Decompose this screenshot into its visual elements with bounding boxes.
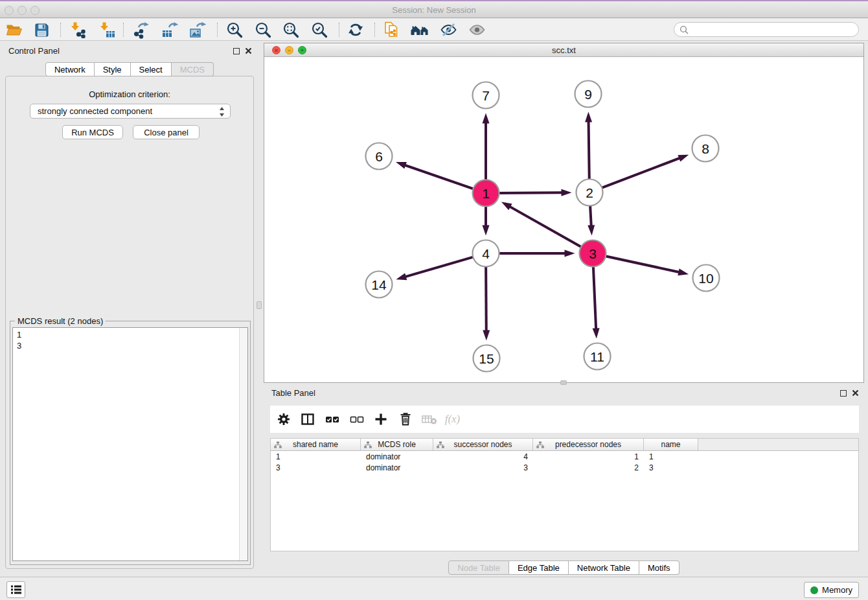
hide-graphics-details-icon[interactable] — [439, 21, 457, 39]
clear-all-checkboxes-icon[interactable] — [347, 410, 367, 428]
column-header-name[interactable]: name — [644, 439, 698, 450]
column-header-shared-name[interactable]: shared name — [271, 439, 361, 450]
delete-table-icon[interactable] — [420, 410, 439, 428]
table-row[interactable]: 1dominator411 — [271, 451, 858, 462]
app-titlebar[interactable]: Session: New Session — [0, 1, 868, 18]
graph-node-3[interactable]: 3 — [580, 240, 606, 267]
import-table-icon[interactable] — [98, 21, 116, 39]
graph-node-15[interactable]: 15 — [474, 345, 500, 372]
network-window-titlebar[interactable]: × − + scc.txt — [264, 43, 863, 57]
graph-node-2[interactable]: 2 — [577, 179, 603, 206]
tab-style[interactable]: Style — [95, 62, 131, 76]
tab-select[interactable]: Select — [131, 62, 172, 76]
graph-node-7[interactable]: 7 — [473, 82, 499, 109]
network-view-window: × − + scc.txt 1234678910111415 — [264, 43, 864, 383]
table-panel-tabs: Node TableEdge TableNetwork TableMotifs — [264, 560, 864, 575]
control-panel-close-icon[interactable] — [245, 47, 252, 54]
svg-text:6: 6 — [375, 149, 383, 164]
add-row-icon[interactable] — [371, 410, 391, 428]
column-type-icon — [274, 441, 282, 450]
table-cell: 1 — [533, 452, 644, 461]
graph-node-9[interactable]: 9 — [575, 81, 602, 108]
export-image-icon[interactable] — [188, 21, 207, 39]
graph-edge-4-14[interactable] — [405, 257, 475, 277]
settings-gear-icon[interactable] — [274, 410, 293, 428]
graph-edge-arrow-1-6 — [396, 162, 407, 168]
tab-edge-table[interactable]: Edge Table — [509, 560, 569, 575]
search-input[interactable] — [689, 25, 858, 34]
graph-edge-2-9[interactable] — [589, 121, 589, 181]
show-graphics-details-icon[interactable] — [468, 21, 486, 39]
graph-node-8[interactable]: 8 — [692, 135, 719, 162]
mcds-result-group: MCDS result (2 nodes) 13 — [10, 321, 251, 565]
table-cell: 3 — [433, 463, 533, 472]
table-row[interactable]: 3dominator323 — [271, 462, 858, 473]
graph-node-4[interactable]: 4 — [473, 240, 499, 267]
graph-edge-1-6[interactable] — [404, 165, 475, 190]
criterion-dropdown[interactable]: strongly connected component — [30, 104, 231, 119]
column-header-predecessor-nodes[interactable]: predecessor nodes — [533, 439, 644, 450]
table-cell: dominator — [361, 452, 433, 461]
tab-network-table[interactable]: Network Table — [569, 560, 639, 575]
network-window-title: scc.txt — [264, 45, 863, 55]
column-header-mcds-role[interactable]: MCDS role — [361, 439, 433, 450]
show-column-icon[interactable] — [298, 410, 317, 428]
vertical-splitter-handle[interactable] — [257, 301, 262, 309]
graph-node-6[interactable]: 6 — [366, 143, 393, 170]
export-network-icon[interactable] — [132, 21, 150, 39]
refresh-network-icon[interactable] — [347, 21, 365, 39]
close-panel-button[interactable]: Close panel — [133, 125, 200, 139]
select-all-checkboxes-icon[interactable] — [323, 410, 342, 428]
svg-text:8: 8 — [702, 141, 709, 156]
tab-network[interactable]: Network — [45, 62, 95, 76]
column-type-icon — [437, 441, 444, 450]
control-panel-float-button[interactable] — [233, 48, 240, 54]
table-cell: 3 — [271, 463, 361, 472]
svg-text:3: 3 — [589, 246, 597, 261]
zoom-out-icon[interactable] — [254, 21, 272, 39]
result-scrollbar[interactable] — [239, 328, 247, 560]
tab-motifs[interactable]: Motifs — [639, 560, 680, 575]
horizontal-splitter-handle[interactable] — [560, 380, 567, 385]
graph-node-14[interactable]: 14 — [366, 271, 393, 298]
mcds-result-area[interactable]: 13 — [12, 327, 248, 561]
home-view-icon[interactable] — [411, 21, 429, 39]
task-history-button[interactable] — [6, 581, 25, 598]
dropdown-stepper-icon — [218, 106, 225, 119]
graph-node-11[interactable]: 11 — [584, 343, 611, 370]
graph-edge-4-15[interactable] — [486, 264, 486, 331]
save-session-icon[interactable] — [32, 21, 51, 39]
open-file-icon[interactable] — [5, 21, 23, 39]
tab-node-table[interactable]: Node Table — [448, 560, 509, 575]
graph-edge-1-2[interactable] — [497, 192, 562, 193]
mcds-result-text: 13 — [17, 329, 21, 351]
table-panel-close-icon[interactable] — [852, 389, 859, 397]
delete-row-icon[interactable] — [396, 410, 415, 428]
graph-edge-3-10[interactable] — [604, 256, 680, 272]
optimization-criterion-label: Optimization criterion: — [6, 89, 253, 99]
export-table-icon[interactable] — [161, 21, 179, 39]
search-field[interactable] — [674, 22, 859, 37]
zoom-fit-icon[interactable] — [282, 21, 300, 39]
import-network-icon[interactable] — [69, 21, 87, 39]
column-header-successor-nodes[interactable]: successor nodes — [433, 439, 533, 450]
network-canvas[interactable]: 1234678910111415 — [264, 57, 863, 382]
table-panel-float-button[interactable] — [840, 390, 847, 397]
run-mcds-button[interactable]: Run MCDS — [62, 125, 123, 139]
tab-mcds[interactable]: MCDS — [172, 62, 214, 76]
function-builder-icon[interactable]: f(x) — [444, 410, 463, 428]
table-cell: 3 — [644, 463, 698, 472]
graph-edge-3-11[interactable] — [593, 264, 596, 329]
graph-edge-3-1[interactable] — [509, 206, 583, 248]
zoom-in-icon[interactable] — [225, 21, 244, 39]
graph-node-10[interactable]: 10 — [693, 265, 720, 292]
network-file-icon[interactable] — [382, 21, 400, 39]
table-cell: 1 — [644, 452, 698, 461]
graph-edge-2-8[interactable] — [600, 158, 680, 189]
memory-button[interactable]: Memory — [804, 582, 859, 598]
graph-edge-2-3[interactable] — [590, 203, 591, 226]
zoom-selected-icon[interactable] — [310, 21, 328, 39]
table-cell: 2 — [533, 463, 644, 472]
graph-node-1[interactable]: 1 — [473, 180, 499, 207]
table-cell: 4 — [433, 452, 533, 461]
